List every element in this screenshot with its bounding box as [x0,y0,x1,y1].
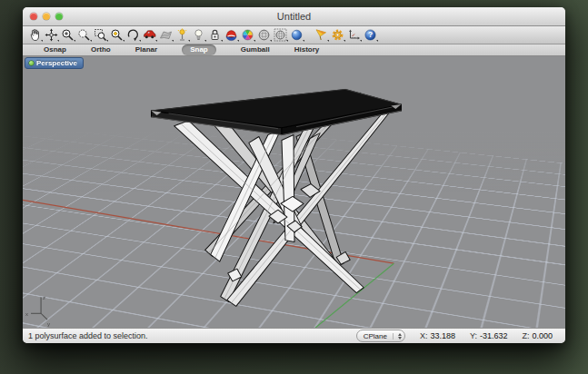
zoom-window-icon[interactable] [94,28,107,42]
toggle-history[interactable]: History [294,44,320,55]
pan-hand-icon[interactable] [28,28,42,42]
toggle-ortho[interactable]: Ortho [91,44,111,55]
window-title: Untitled [277,11,311,22]
car-icon[interactable] [143,28,156,42]
traffic-lights [30,13,63,20]
status-message: 1 polysurface added to selection. [28,331,148,340]
zoom-button[interactable] [55,13,63,20]
rotate-view-icon[interactable] [126,28,140,42]
help-icon[interactable]: ? [364,28,377,42]
move-icon[interactable] [45,28,58,42]
viewport-active-dot-icon [29,61,34,65]
viewport-title-badge[interactable]: Perspective [25,57,84,69]
viewport-perspective[interactable]: z x y Perspective [23,56,565,328]
light-bulb-icon[interactable] [192,28,205,42]
zoom-selected-icon[interactable] [110,28,124,42]
lamp-icon[interactable] [175,28,189,42]
status-bar-right: CPlane X: 33.188 Y: -31.632 Z: 0.000 [356,330,553,342]
axis-gizmo [31,298,47,320]
sphere-rendered-icon[interactable] [290,28,304,42]
cplane-value: CPlane [364,332,387,340]
coordinate-x: X: 33.188 [420,331,455,340]
cone-icon[interactable] [314,28,328,42]
main-toolbar: ? [23,26,565,44]
svg-text:?: ? [368,30,373,39]
coordinate-z: Z: 0.000 [522,331,553,340]
lock-icon[interactable] [208,28,222,42]
minimize-button[interactable] [43,13,50,20]
modeling-aids-bar: Osnap Ortho Planar Snap Gumball History [23,44,565,56]
gear-icon[interactable] [331,28,344,42]
toggle-osnap[interactable]: Osnap [44,44,66,55]
sphere-icon[interactable] [257,28,271,42]
coordinate-y: Y: -31.632 [470,331,508,340]
toggle-gumball[interactable]: Gumball [241,44,270,55]
cplane-axes-icon[interactable] [347,28,361,42]
status-bar: 1 polysurface added to selection. CPlane… [23,328,565,343]
viewport-canvas[interactable]: z x y [23,56,565,328]
y-axis-line [315,263,394,328]
zoom-circle-icon[interactable] [77,28,91,42]
sphere-select-icon[interactable] [274,28,287,42]
toggle-planar[interactable]: Planar [135,44,157,55]
close-button[interactable] [30,13,37,20]
cplane-dropdown[interactable]: CPlane [356,330,405,342]
app-window: Untitled ? Osnap Ortho Planar Snap Gumba… [23,7,565,343]
toggle-snap[interactable]: Snap [182,44,216,55]
gizmo-y-label: y [47,321,50,327]
map-icon[interactable] [159,28,173,42]
viewport-title: Perspective [36,59,77,67]
gizmo-x-label: x [25,311,28,317]
shell-icon[interactable] [224,28,238,42]
axis-gizmo-labels: z x y [25,295,50,327]
dropdown-arrows-icon [393,333,402,340]
gizmo-z-label: z [43,295,45,300]
title-bar[interactable]: Untitled [23,7,565,26]
color-wheel-icon[interactable] [241,28,254,42]
zoom-in-icon[interactable] [61,28,75,42]
